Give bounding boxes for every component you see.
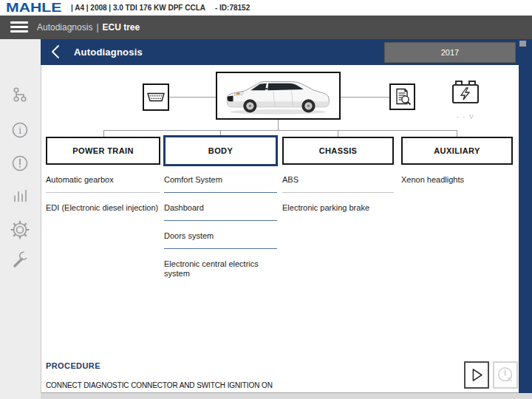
list-item[interactable]: Xenon headlights xyxy=(401,175,513,192)
run-procedure-button[interactable] xyxy=(464,361,489,389)
list-item[interactable]: EDI (Electronic diesel injection) xyxy=(46,193,160,220)
diagnostic-report-icon xyxy=(389,83,415,110)
tree-connector xyxy=(103,130,104,137)
vehicle-description: | A4 | 2008 | 3.0 TDI 176 KW DPF CCLA xyxy=(71,4,205,12)
vehicle-info: | A4 | 2008 | 3.0 TDI 176 KW DPF CCLA- I… xyxy=(71,0,250,16)
battery-voltage: - - V xyxy=(449,113,482,120)
connector-line xyxy=(169,97,216,98)
list-item[interactable]: ABS xyxy=(282,175,394,193)
year-button[interactable]: 2017 xyxy=(384,42,516,63)
category-button-auxiliary[interactable]: AUXILIARY xyxy=(401,137,513,165)
tree-connector xyxy=(103,130,457,131)
category-column-auxiliary: Xenon headlights xyxy=(401,175,513,192)
tree-connector xyxy=(457,130,457,137)
category-button-body[interactable]: BODY xyxy=(163,135,278,166)
battery-icon xyxy=(449,78,482,109)
breadcrumb: Autodiagnosis|ECU tree xyxy=(37,16,140,39)
statistics-icon[interactable] xyxy=(9,185,31,208)
breadcrumb-current: ECU tree xyxy=(103,22,140,33)
list-item[interactable]: Doors system xyxy=(164,221,277,249)
tools-icon[interactable] xyxy=(9,250,31,273)
obd-connector-icon xyxy=(143,83,169,111)
list-item[interactable]: Automatic gearbox xyxy=(46,175,160,193)
procedure-label: PROCEDURE xyxy=(46,361,100,370)
tree-connector xyxy=(278,120,279,130)
vehicle-id: - ID:78152 xyxy=(215,4,250,12)
category-column-chassis: ABSElectronic parking brake xyxy=(282,175,394,220)
procedure-instruction: CONNECT DIAGNOSTIC CONNECTOR AND SWITCH … xyxy=(46,381,273,389)
hamburger-menu-icon[interactable] xyxy=(10,21,28,33)
panel-header: Autodiagnosis 2017 xyxy=(41,39,519,65)
sidebar: i xyxy=(0,39,41,399)
list-item[interactable]: Electronic central electrics system xyxy=(164,249,277,286)
breadcrumb-separator: | xyxy=(96,22,98,33)
warning-icon[interactable] xyxy=(9,152,31,174)
svg-text:i: i xyxy=(18,125,21,136)
back-button[interactable] xyxy=(49,44,65,60)
category-column-body: Comfort SystemDashboardDoors systemElect… xyxy=(164,175,277,286)
battery-status: - - V xyxy=(449,78,482,120)
category-button-power-train[interactable]: POWER TRAIN xyxy=(46,137,160,165)
mahle-logo: MAHLE xyxy=(6,1,62,16)
category-button-chassis[interactable]: CHASSIS xyxy=(282,137,394,165)
info-icon[interactable]: i xyxy=(9,119,31,141)
settings-icon[interactable] xyxy=(9,219,31,241)
clear-faults-icon xyxy=(494,364,516,386)
top-bar: MAHLE | A4 | 2008 | 3.0 TDI 176 KW DPF C… xyxy=(0,0,532,16)
scrollbar-thumb[interactable] xyxy=(519,41,526,47)
category-column-power-train: Automatic gearboxEDI (Electronic diesel … xyxy=(46,175,160,220)
nav-bar: Autodiagnosis|ECU tree xyxy=(0,16,532,39)
list-item[interactable]: Electronic parking brake xyxy=(282,193,394,220)
vehicle-image xyxy=(216,72,341,120)
page-title: Autodiagnosis xyxy=(74,39,143,65)
ecu-tree-icon[interactable] xyxy=(9,85,31,107)
scrollbar-track[interactable] xyxy=(519,39,532,394)
clear-faults-button[interactable] xyxy=(493,361,518,389)
connector-line xyxy=(341,97,389,98)
list-item[interactable]: Comfort System xyxy=(164,175,277,193)
tree-connector xyxy=(338,130,338,137)
play-icon xyxy=(467,365,486,385)
breadcrumb-parent: Autodiagnosis xyxy=(37,22,92,33)
bottom-strip xyxy=(41,393,532,399)
app-window: MAHLE | A4 | 2008 | 3.0 TDI 176 KW DPF C… xyxy=(0,0,532,399)
list-item[interactable]: Dashboard xyxy=(164,193,277,221)
